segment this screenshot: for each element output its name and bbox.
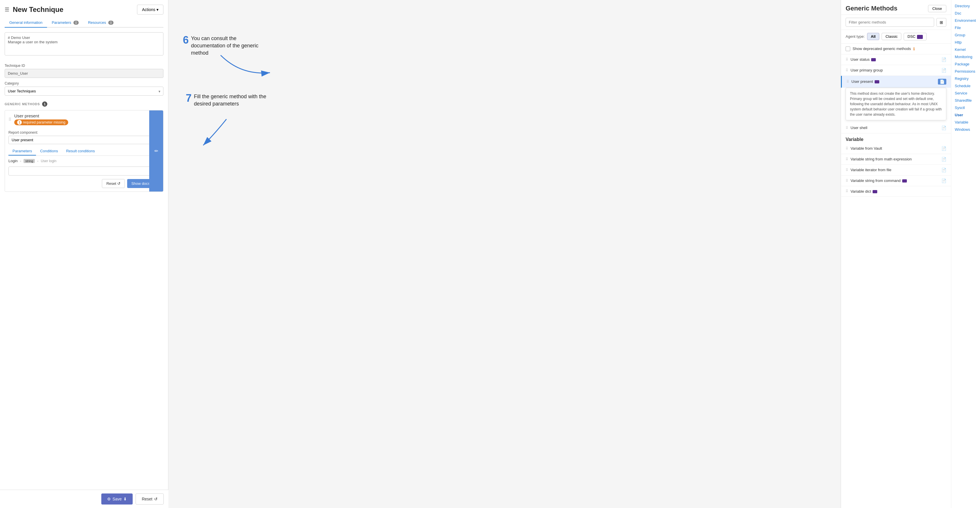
dsc-badge	[871, 58, 876, 61]
method-item-user-status[interactable]: ⠿ User status 📄	[841, 54, 951, 65]
side-nav-service[interactable]: Service	[951, 89, 980, 97]
drag-icon: ⠿	[846, 58, 848, 62]
generic-methods-title: Generic Methods	[846, 5, 897, 12]
param-hint: User login	[41, 159, 56, 163]
method-item-user-shell[interactable]: ⠿ User shell 📄	[841, 123, 951, 133]
param-login-row: Login - string - User login	[8, 159, 160, 163]
report-component-input[interactable]	[8, 136, 160, 144]
annotation-7: 7 Fill the generic method with the desir…	[186, 93, 267, 107]
doc-icon: 📄	[942, 168, 946, 173]
save-download-icon: ⬇	[123, 497, 127, 501]
dsc-badge	[873, 190, 877, 193]
tab-parameters[interactable]: Parameters 0	[47, 18, 83, 27]
annotation-6: 6 You can consult the documentation of t…	[183, 35, 264, 57]
close-button[interactable]: Close	[928, 5, 946, 12]
description-textarea[interactable]: # Demo User Manage a user on the system	[5, 32, 164, 56]
deprecated-checkbox[interactable]	[846, 46, 850, 51]
side-nav-environment[interactable]: Environment	[951, 17, 980, 24]
doc-icon: 📄	[942, 126, 946, 130]
generic-methods-label: GENERIC METHODS	[5, 102, 40, 106]
side-nav-user[interactable]: User	[951, 111, 980, 118]
side-nav-windows[interactable]: Windows	[951, 126, 980, 133]
bottom-bar: ⚙ Save ⬇ Reset ↺	[0, 490, 169, 508]
drag-handle-icon[interactable]: ⠿	[8, 117, 11, 122]
side-nav-schedule[interactable]: Schedule	[951, 82, 980, 89]
category-label: Category	[5, 81, 164, 85]
method-block: ⠿ User present 1 required parameter miss…	[5, 110, 164, 192]
info-icon: ℹ	[913, 46, 915, 51]
side-nav-sysctl[interactable]: Sysctl	[951, 104, 980, 111]
method-item-variable-from-vault[interactable]: ⠿ Variable from Vault 📄	[841, 143, 951, 154]
methods-list: ⠿ User status 📄 ⠿ User primary group 📄 ⠿…	[841, 54, 951, 508]
tab-resources[interactable]: Resources 0	[83, 18, 118, 27]
method-tooltip: This method does not create the user's h…	[846, 88, 946, 120]
method-tab-conditions[interactable]: Conditions	[36, 147, 62, 155]
side-nav-package[interactable]: Package	[951, 61, 980, 68]
doc-icon: 📄	[942, 157, 946, 161]
side-nav-group[interactable]: Group	[951, 31, 980, 39]
filter-input[interactable]	[846, 18, 934, 27]
variable-section-header: Variable	[841, 133, 951, 143]
side-nav-variable[interactable]: Variable	[951, 118, 980, 126]
filter-options-button[interactable]: ⊞	[937, 18, 946, 27]
method-item-variable-string-math[interactable]: ⠿ Variable string from math expression 📄	[841, 154, 951, 165]
dsc-icon	[917, 35, 923, 39]
resources-badge: 0	[108, 21, 113, 25]
param-login-label: Login	[8, 159, 18, 163]
error-badge: 1 required parameter missing	[14, 120, 68, 125]
side-nav-dsc[interactable]: Dsc	[951, 10, 980, 17]
edit-method-button[interactable]: ✏	[149, 110, 163, 192]
category-select[interactable]: User Techniques	[5, 86, 164, 96]
side-nav-permissions[interactable]: Permissions	[951, 68, 980, 75]
technique-id-input[interactable]	[5, 69, 164, 78]
agent-type-row: Agent type: All Classic DSC	[841, 30, 951, 43]
reset-main-icon: ↺	[154, 497, 158, 501]
deprecated-row: Show deprecated generic methods ℹ	[841, 43, 951, 54]
method-item-user-present[interactable]: ⠿ User present 📄	[841, 76, 951, 88]
doc-icon: 📄	[942, 68, 946, 73]
drag-icon: ⠿	[846, 157, 848, 161]
side-nav-registry[interactable]: Registry	[951, 75, 980, 82]
reset-method-button[interactable]: Reset ↺	[102, 179, 125, 188]
method-item-variable-dict[interactable]: ⠿ Variable dict	[841, 186, 951, 197]
doc-icon: 📄	[942, 146, 946, 151]
method-item-variable-string-command[interactable]: ⠿ Variable string from command 📄	[841, 176, 951, 186]
side-nav-http[interactable]: Http	[951, 39, 980, 46]
method-item-user-primary-group[interactable]: ⠿ User primary group 📄	[841, 65, 951, 76]
method-title: User present	[14, 113, 160, 118]
actions-button[interactable]: Actions ▾	[137, 5, 164, 14]
reset-main-button[interactable]: Reset ↺	[135, 494, 164, 505]
agent-type-classic[interactable]: Classic	[881, 33, 901, 40]
side-nav-kernel[interactable]: Kernel	[951, 46, 980, 53]
agent-type-dsc[interactable]: DSC	[904, 33, 927, 40]
param-login-input[interactable]	[8, 166, 160, 176]
side-nav-monitoring[interactable]: Monitoring	[951, 53, 980, 61]
filter-grid-icon: ⊞	[940, 20, 943, 25]
drag-icon: ⠿	[846, 168, 848, 172]
param-type-badge: string	[24, 159, 35, 163]
filter-row: ⊞	[841, 15, 951, 30]
parameters-badge: 0	[73, 21, 79, 25]
side-nav-file[interactable]: File	[951, 24, 980, 31]
error-count: 1	[17, 120, 22, 125]
side-nav-sharedfile[interactable]: Sharedfile	[951, 97, 980, 104]
dsc-badge	[902, 179, 907, 182]
tab-general[interactable]: General information	[5, 18, 47, 27]
hamburger-icon[interactable]: ☰	[5, 6, 9, 13]
drag-icon: ⠿	[846, 80, 849, 84]
reset-icon: ↺	[117, 181, 121, 186]
drag-icon: ⠿	[846, 179, 848, 183]
doc-icon: 📄	[942, 179, 946, 183]
save-button[interactable]: ⚙ Save ⬇	[101, 494, 133, 505]
doc-icon: 📄	[942, 57, 946, 62]
doc-icon[interactable]: 📄	[938, 79, 946, 85]
drag-icon: ⠿	[846, 126, 848, 130]
method-item-variable-iterator[interactable]: ⠿ Variable iterator from file 📄	[841, 165, 951, 176]
method-tab-result-conditions[interactable]: Result conditions	[62, 147, 99, 155]
method-tab-parameters[interactable]: Parameters	[8, 147, 36, 155]
agent-type-all[interactable]: All	[867, 33, 880, 40]
generic-methods-badge: 1	[42, 101, 47, 107]
side-nav-directory[interactable]: Directory	[951, 2, 980, 10]
drag-icon: ⠿	[846, 147, 848, 150]
page-title: New Technique	[13, 5, 63, 14]
